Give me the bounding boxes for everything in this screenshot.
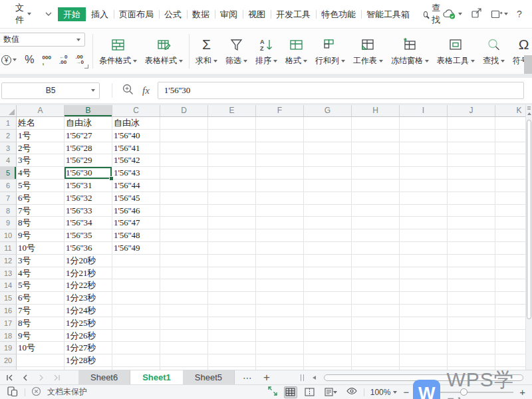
cell-H7[interactable]	[352, 192, 400, 205]
cell-D10[interactable]	[160, 229, 208, 242]
dialog-launcher-icon[interactable]	[84, 65, 88, 68]
row-header-5[interactable]: 5	[0, 167, 17, 180]
row-header-3[interactable]: 3	[0, 142, 17, 155]
cell-B9[interactable]: 1'56''34	[65, 217, 112, 229]
ribbon-tab-开始[interactable]: 开始	[58, 7, 86, 21]
cell-E19[interactable]	[208, 342, 256, 354]
cell-A16[interactable]: 7号	[17, 305, 65, 317]
column-header-B[interactable]: B	[65, 105, 112, 116]
percent-format-button[interactable]: %	[25, 54, 34, 66]
decrease-decimal-button[interactable]: ←0.00	[59, 55, 67, 65]
cell-B7[interactable]: 1'56''32	[65, 192, 112, 205]
cell-J18[interactable]	[448, 330, 495, 342]
select-all-corner[interactable]	[0, 105, 17, 116]
normal-view-button[interactable]	[284, 386, 297, 398]
first-sheet-button[interactable]	[5, 374, 13, 382]
cell-A9[interactable]: 8号	[17, 217, 65, 229]
cell-H9[interactable]	[352, 217, 400, 229]
menu-search-button[interactable]: 查找	[424, 2, 442, 26]
row-header-7[interactable]: 7	[0, 192, 17, 205]
horizontal-scrollbar-thumb[interactable]	[324, 374, 523, 381]
cell-B5[interactable]: 1'56''30	[65, 167, 112, 180]
cell-I2[interactable]	[400, 130, 448, 142]
cell-D16[interactable]	[160, 305, 208, 317]
cell-A1[interactable]: 姓名	[17, 117, 65, 130]
insert-function-button[interactable]: fx	[142, 85, 150, 96]
cell-C19[interactable]	[112, 342, 160, 354]
ribbon-tab-数据[interactable]: 数据	[187, 7, 215, 21]
cell-B13[interactable]: 1分21秒	[65, 267, 112, 280]
filter-button[interactable]: 筛选	[221, 32, 251, 70]
cell-A17[interactable]: 8号	[17, 317, 65, 330]
cell-J9[interactable]	[448, 217, 495, 229]
cell-E10[interactable]	[208, 229, 256, 242]
cell-H1[interactable]	[352, 117, 400, 130]
cell-D5[interactable]	[160, 167, 208, 180]
row-header-10[interactable]: 10	[0, 229, 17, 242]
task-pane-toggle[interactable]	[524, 55, 532, 74]
cell-F14[interactable]	[256, 279, 304, 292]
find-button[interactable]: 查找	[479, 32, 509, 70]
cell-E7[interactable]	[208, 192, 256, 205]
cell-B20[interactable]: 1分28秒	[65, 354, 112, 367]
currency-format-button[interactable]: ¥	[1, 55, 17, 65]
row-header-17[interactable]: 17	[0, 317, 17, 330]
cell-I1[interactable]	[400, 117, 448, 130]
row-header-2[interactable]: 2	[0, 130, 17, 142]
ribbon-tab-插入[interactable]: 插入	[86, 7, 114, 21]
cell-B10[interactable]: 1'56''35	[65, 229, 112, 242]
cell-H17[interactable]	[352, 317, 400, 330]
zoom-slider-handle[interactable]	[460, 388, 467, 396]
cell-E9[interactable]	[208, 217, 256, 229]
cell-D15[interactable]	[160, 292, 208, 305]
cell-C1[interactable]: 自由冰	[112, 117, 160, 130]
cell-H19[interactable]	[352, 342, 400, 354]
ribbon-tab-智能工具箱[interactable]: 智能工具箱	[361, 7, 415, 21]
cell-B19[interactable]: 1分27秒	[65, 342, 112, 354]
formula-input[interactable]: 1'56''30	[158, 82, 524, 99]
row-header-15[interactable]: 15	[0, 292, 17, 305]
cell-B12[interactable]: 1分20秒	[65, 255, 112, 267]
cell-G17[interactable]	[304, 317, 352, 330]
cell-I14[interactable]	[400, 279, 448, 292]
cell-C4[interactable]: 1'56''42	[112, 154, 160, 167]
rows-columns-button[interactable]: 行和列	[311, 32, 349, 70]
cell-J19[interactable]	[448, 342, 495, 354]
cell-B8[interactable]: 1'56''33	[65, 205, 112, 217]
table-style-button[interactable]: 表格样式	[141, 32, 187, 70]
cell-F17[interactable]	[256, 317, 304, 330]
cell-C7[interactable]: 1'56''45	[112, 192, 160, 205]
cell-I18[interactable]	[400, 330, 448, 342]
cell-D2[interactable]	[160, 130, 208, 142]
cell-J8[interactable]	[448, 205, 495, 217]
cell-B2[interactable]: 1'56''27	[65, 130, 112, 142]
ribbon-tab-审阅[interactable]: 审阅	[215, 7, 243, 21]
cell-C6[interactable]: 1'56''44	[112, 180, 160, 192]
row-header-9[interactable]: 9	[0, 217, 17, 229]
cell-C11[interactable]: 1'56''49	[112, 242, 160, 255]
sheet-tab-Sheet5[interactable]: Sheet5	[183, 370, 235, 384]
cell-I16[interactable]	[400, 305, 448, 317]
cell-E14[interactable]	[208, 279, 256, 292]
cell-G7[interactable]	[304, 192, 352, 205]
cell-A19[interactable]: 10号	[17, 342, 65, 354]
cell-J5[interactable]	[448, 167, 495, 180]
thousands-separator-button[interactable]: 000,	[42, 55, 51, 65]
tab-split-handle[interactable]	[301, 374, 304, 381]
cell-G8[interactable]	[304, 205, 352, 217]
cell-F2[interactable]	[256, 130, 304, 142]
cell-J4[interactable]	[448, 154, 495, 167]
cell-H14[interactable]	[352, 279, 400, 292]
cell-E8[interactable]	[208, 205, 256, 217]
cell-J10[interactable]	[448, 229, 495, 242]
ribbon-tab-页面布局[interactable]: 页面布局	[114, 7, 159, 21]
vertical-scrollbar-thumb[interactable]	[527, 120, 531, 319]
cell-B11[interactable]: 1'56''36	[65, 242, 112, 255]
cell-C17[interactable]	[112, 317, 160, 330]
cell-C13[interactable]	[112, 267, 160, 280]
conditional-format-button[interactable]: 条件格式	[95, 32, 141, 70]
cell-G20[interactable]	[304, 354, 352, 367]
cell-B16[interactable]: 1分24秒	[65, 305, 112, 317]
cell-J15[interactable]	[448, 292, 495, 305]
cell-I20[interactable]	[400, 354, 448, 367]
